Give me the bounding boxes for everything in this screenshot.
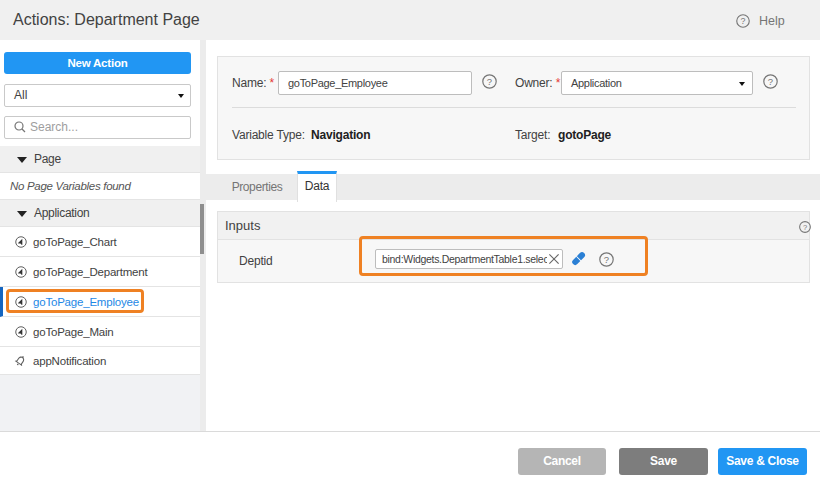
svg-text:?: ? [768,76,773,87]
svg-text:?: ? [803,223,807,232]
svg-text:?: ? [487,76,492,87]
svg-text:?: ? [741,16,746,26]
